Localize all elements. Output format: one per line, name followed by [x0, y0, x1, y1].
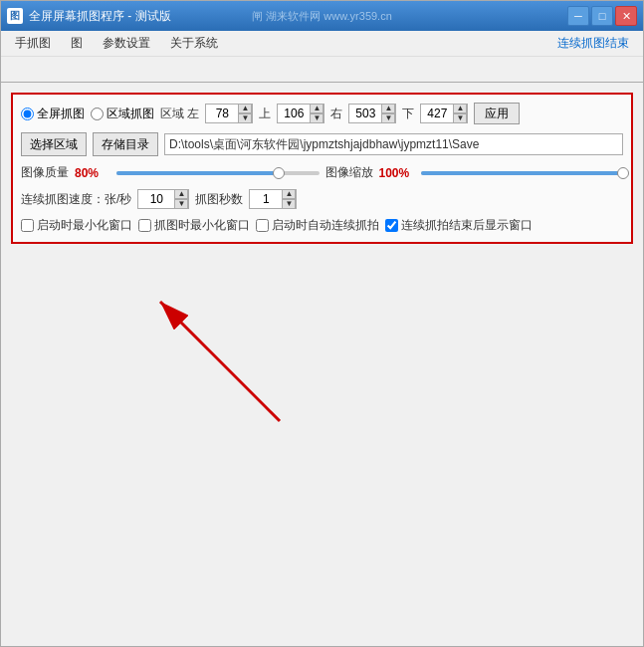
area-radio[interactable]	[91, 108, 104, 120]
main-window: 图 全屏屏幕抓图程序 - 测试版 闸 湖来软件网 www.yr359.cn ─ …	[0, 0, 644, 647]
quality-slider-track[interactable]	[116, 171, 320, 175]
checkbox2[interactable]	[138, 219, 151, 232]
area-bottom-label: 下	[402, 106, 414, 122]
checkbox1-label[interactable]: 启动时最小化窗口	[21, 217, 132, 234]
menu-item-continuous[interactable]: 连续抓图结束	[547, 32, 639, 55]
area-right-spinners: ▲ ▼	[381, 104, 395, 123]
quality-label: 图像质量	[21, 164, 69, 181]
speed-down[interactable]: ▼	[174, 199, 188, 209]
area-top-spinners: ▲ ▼	[310, 104, 323, 123]
red-arrow	[120, 242, 320, 441]
settings-panel: 全屏抓图 区域抓图 区域 左 ▲ ▼ 上	[11, 93, 633, 244]
area-bottom-spinners: ▲ ▼	[453, 104, 467, 123]
area-bottom-input[interactable]	[421, 105, 453, 122]
quality-zoom-row: 图像质量 80% 图像缩放 100%	[21, 164, 623, 181]
tab-bar	[1, 57, 643, 83]
area-right-input-wrap: ▲ ▼	[348, 104, 396, 123]
count-up[interactable]: ▲	[282, 189, 296, 199]
checkbox4[interactable]	[385, 219, 398, 232]
area-top-label: 上	[259, 106, 271, 122]
area-right-down[interactable]: ▼	[381, 113, 395, 123]
watermark-text: 闸 湖来软件网 www.yr359.cn	[252, 9, 392, 24]
save-path-display: D:\tools\桌面\河东软件园\jypmztshjajdbhaw\jypmz…	[164, 133, 623, 155]
checkbox2-label[interactable]: 抓图时最小化窗口	[138, 217, 250, 234]
checkbox1-text: 启动时最小化窗口	[37, 217, 132, 234]
checkbox4-text: 连续抓拍结束后显示窗口	[401, 217, 533, 234]
quality-slider-container	[116, 171, 320, 175]
app-icon: 图	[7, 8, 23, 24]
area-bottom-input-wrap: ▲ ▼	[420, 104, 468, 123]
menu-item-params[interactable]: 参数设置	[93, 32, 160, 55]
main-content: 全屏抓图 区域抓图 区域 左 ▲ ▼ 上	[1, 83, 643, 646]
apply-button[interactable]: 应用	[474, 103, 520, 124]
checkboxes-row: 启动时最小化窗口 抓图时最小化窗口 启动时自动连续抓拍 连续抓拍结束后显示窗口	[21, 217, 623, 234]
area-left-input-wrap: ▲ ▼	[205, 104, 253, 123]
speed-input[interactable]	[138, 190, 174, 208]
path-row: 选择区域 存储目录 D:\tools\桌面\河东软件园\jypmztshjajd…	[21, 132, 623, 156]
speed-row: 连续抓图速度：张/秒 ▲ ▼ 抓图秒数 ▲ ▼	[21, 189, 623, 209]
checkbox3-text: 启动时自动连续抓拍	[272, 217, 379, 234]
quality-value: 80%	[75, 166, 110, 180]
menu-bar: 手抓图 图 参数设置 关于系统 连续抓图结束	[1, 31, 643, 57]
speed-up[interactable]: ▲	[174, 189, 188, 199]
area-left-down[interactable]: ▼	[238, 113, 252, 123]
count-down[interactable]: ▼	[282, 199, 296, 209]
area-bottom-up[interactable]: ▲	[453, 104, 467, 113]
area-radio-text: 区域抓图	[107, 106, 154, 122]
area-top-up[interactable]: ▲	[310, 104, 323, 113]
zoom-label: 图像缩放	[325, 164, 373, 181]
title-bar-left: 图 全屏屏幕抓图程序 - 测试版	[7, 8, 171, 25]
minimize-button[interactable]: ─	[567, 6, 589, 26]
title-bar: 图 全屏屏幕抓图程序 - 测试版 闸 湖来软件网 www.yr359.cn ─ …	[1, 1, 643, 31]
speed-spinners: ▲ ▼	[174, 189, 188, 209]
speed-label: 连续抓图速度：张/秒	[21, 191, 131, 208]
area-right-input[interactable]	[349, 105, 381, 122]
zoom-value: 100%	[379, 166, 415, 180]
maximize-button[interactable]: □	[591, 6, 613, 26]
quality-slider-thumb[interactable]	[273, 167, 285, 179]
zoom-slider-container	[421, 171, 624, 175]
checkbox3[interactable]	[256, 219, 269, 232]
count-spinners: ▲ ▼	[282, 189, 296, 209]
area-left-spinners: ▲ ▼	[238, 104, 252, 123]
count-input[interactable]	[250, 190, 282, 208]
speed-input-wrap: ▲ ▼	[137, 189, 189, 209]
area-top-input-wrap: ▲ ▼	[277, 104, 324, 123]
capture-mode-row: 全屏抓图 区域抓图 区域 左 ▲ ▼ 上	[21, 103, 623, 124]
save-dir-button[interactable]: 存储目录	[93, 132, 158, 156]
area-left-up[interactable]: ▲	[238, 104, 252, 113]
area-radio-label[interactable]: 区域抓图	[91, 106, 154, 122]
area-bottom-down[interactable]: ▼	[453, 113, 467, 123]
checkbox2-text: 抓图时最小化窗口	[154, 217, 250, 234]
count-input-wrap: ▲ ▼	[249, 189, 297, 209]
area-top-input[interactable]	[278, 105, 310, 122]
menu-item-capture[interactable]: 手抓图	[5, 32, 61, 55]
area-top-down[interactable]: ▼	[310, 113, 323, 123]
fullscreen-radio[interactable]	[21, 108, 34, 120]
area-right-label: 右	[330, 106, 342, 122]
area-left-label: 区域 左	[160, 106, 199, 122]
area-right-up[interactable]: ▲	[381, 104, 395, 113]
title-bar-buttons: ─ □ ✕	[567, 6, 637, 26]
select-area-button[interactable]: 选择区域	[21, 132, 87, 156]
zoom-slider-fill	[421, 171, 624, 175]
menu-item-about[interactable]: 关于系统	[160, 32, 228, 55]
zoom-slider-track[interactable]	[421, 171, 624, 175]
svg-line-1	[160, 302, 280, 421]
checkbox3-label[interactable]: 启动时自动连续抓拍	[256, 217, 379, 234]
fullscreen-radio-text: 全屏抓图	[37, 106, 85, 122]
window-title: 全屏屏幕抓图程序 - 测试版	[29, 8, 171, 25]
area-left-input[interactable]	[206, 105, 238, 122]
zoom-slider-thumb[interactable]	[617, 167, 629, 179]
checkbox4-label[interactable]: 连续抓拍结束后显示窗口	[385, 217, 533, 234]
menu-item-image[interactable]: 图	[61, 32, 93, 55]
checkbox1[interactable]	[21, 219, 34, 232]
count-label: 抓图秒数	[195, 191, 243, 208]
quality-slider-fill	[116, 171, 279, 175]
fullscreen-radio-label[interactable]: 全屏抓图	[21, 106, 85, 122]
close-button[interactable]: ✕	[615, 6, 637, 26]
